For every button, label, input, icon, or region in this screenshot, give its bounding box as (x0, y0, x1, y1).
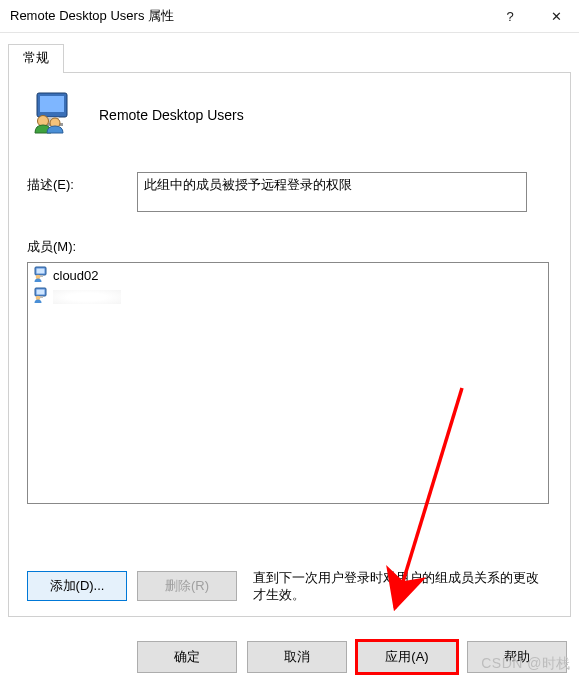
member-actions-row: 添加(D)... 删除(R) 直到下一次用户登录时对用户的组成员关系的更改才生效… (27, 569, 549, 604)
tab-area: 常规 Remote Desktop Users 描述(E): (0, 33, 579, 617)
svg-rect-1 (40, 96, 64, 112)
close-button[interactable]: ✕ (533, 0, 579, 32)
description-row: 描述(E): 此组中的成员被授予远程登录的权限 (27, 172, 552, 212)
svg-rect-11 (37, 290, 45, 295)
tab-general[interactable]: 常规 (8, 44, 64, 73)
description-field[interactable]: 此组中的成员被授予远程登录的权限 (137, 172, 527, 212)
svg-rect-7 (37, 269, 45, 274)
titlebar: Remote Desktop Users 属性 ? ✕ (0, 0, 579, 33)
group-header: Remote Desktop Users (31, 91, 552, 138)
member-name (53, 289, 121, 305)
ok-button[interactable]: 确定 (137, 641, 237, 673)
help-dialog-button[interactable]: 帮助 (467, 641, 567, 673)
apply-button[interactable]: 应用(A) (357, 641, 457, 673)
list-item[interactable]: cloud02 (30, 265, 546, 286)
tab-strip: 常规 (8, 43, 571, 73)
obscured-text (53, 290, 121, 304)
remove-button: 删除(R) (137, 571, 237, 601)
window-title: Remote Desktop Users 属性 (10, 7, 487, 25)
user-icon (33, 287, 49, 306)
group-name: Remote Desktop Users (99, 107, 244, 123)
dialog-button-row: 确定 取消 应用(A) 帮助 (137, 641, 567, 673)
user-icon (33, 266, 49, 285)
group-icon (31, 91, 75, 138)
members-list[interactable]: cloud02 (27, 262, 549, 504)
description-label: 描述(E): (27, 172, 137, 194)
member-name: cloud02 (53, 268, 99, 283)
general-panel: Remote Desktop Users 描述(E): 此组中的成员被授予远程登… (8, 73, 571, 617)
cancel-button[interactable]: 取消 (247, 641, 347, 673)
list-item[interactable] (30, 286, 546, 307)
help-button[interactable]: ? (487, 0, 533, 32)
add-button[interactable]: 添加(D)... (27, 571, 127, 601)
members-label: 成员(M): (27, 238, 552, 256)
members-note: 直到下一次用户登录时对用户的组成员关系的更改才生效。 (237, 569, 549, 604)
